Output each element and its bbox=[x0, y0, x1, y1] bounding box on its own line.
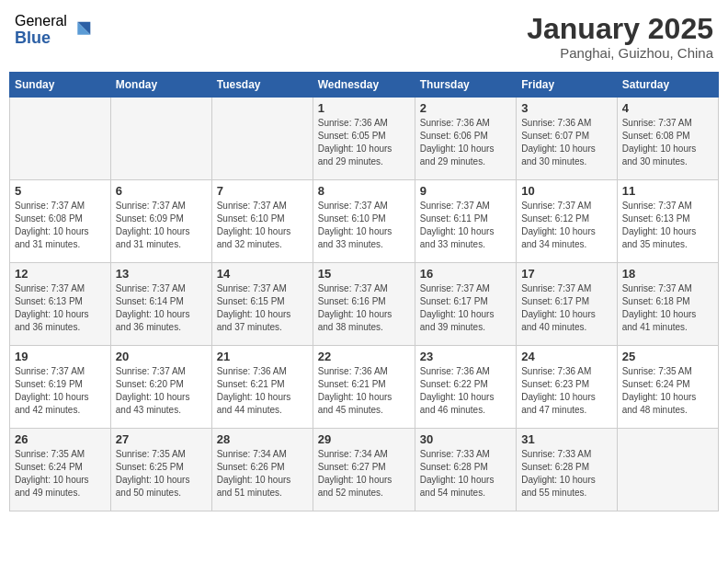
calendar-cell: 27Sunrise: 7:35 AMSunset: 6:25 PMDayligh… bbox=[110, 429, 211, 511]
title-block: January 2025 Panghai, Guizhou, China bbox=[527, 13, 713, 61]
calendar-cell: 8Sunrise: 7:37 AMSunset: 6:10 PMDaylight… bbox=[313, 180, 415, 263]
day-info: Sunrise: 7:35 AMSunset: 6:24 PMDaylight:… bbox=[15, 448, 106, 500]
calendar-cell bbox=[617, 429, 718, 511]
day-info: Sunrise: 7:36 AMSunset: 6:05 PMDaylight:… bbox=[318, 117, 410, 168]
day-info: Sunrise: 7:37 AMSunset: 6:09 PMDaylight:… bbox=[116, 200, 207, 251]
calendar-cell: 31Sunrise: 7:33 AMSunset: 6:28 PMDayligh… bbox=[517, 429, 618, 511]
day-info: Sunrise: 7:37 AMSunset: 6:10 PMDaylight:… bbox=[318, 200, 410, 251]
day-number: 21 bbox=[217, 350, 308, 363]
calendar-week-row: 12Sunrise: 7:37 AMSunset: 6:13 PMDayligh… bbox=[10, 263, 719, 346]
calendar-cell: 15Sunrise: 7:37 AMSunset: 6:16 PMDayligh… bbox=[313, 263, 415, 346]
day-info: Sunrise: 7:37 AMSunset: 6:08 PMDaylight:… bbox=[15, 200, 106, 251]
day-number: 8 bbox=[318, 184, 410, 198]
day-number: 11 bbox=[622, 184, 713, 198]
day-number: 3 bbox=[521, 101, 612, 115]
day-number: 14 bbox=[217, 267, 308, 281]
day-number: 19 bbox=[15, 350, 106, 363]
calendar-cell: 29Sunrise: 7:34 AMSunset: 6:27 PMDayligh… bbox=[313, 429, 415, 511]
day-info: Sunrise: 7:36 AMSunset: 6:07 PMDaylight:… bbox=[521, 117, 612, 168]
calendar-cell: 9Sunrise: 7:37 AMSunset: 6:11 PMDaylight… bbox=[415, 180, 516, 263]
calendar-week-row: 1Sunrise: 7:36 AMSunset: 6:05 PMDaylight… bbox=[10, 98, 719, 180]
day-number: 26 bbox=[15, 432, 106, 446]
day-number: 27 bbox=[116, 432, 207, 446]
day-number: 16 bbox=[420, 267, 511, 281]
calendar-cell: 19Sunrise: 7:37 AMSunset: 6:19 PMDayligh… bbox=[10, 346, 111, 429]
calendar-cell: 1Sunrise: 7:36 AMSunset: 6:05 PMDaylight… bbox=[313, 98, 415, 180]
day-number: 23 bbox=[420, 350, 511, 363]
calendar-cell bbox=[10, 98, 111, 180]
logo: General Blue bbox=[15, 13, 95, 47]
calendar-cell: 18Sunrise: 7:37 AMSunset: 6:18 PMDayligh… bbox=[617, 263, 718, 346]
calendar-cell: 13Sunrise: 7:37 AMSunset: 6:14 PMDayligh… bbox=[110, 263, 211, 346]
calendar-cell: 6Sunrise: 7:37 AMSunset: 6:09 PMDaylight… bbox=[110, 180, 211, 263]
day-number: 17 bbox=[521, 267, 612, 281]
day-number: 10 bbox=[521, 184, 612, 198]
calendar-week-row: 5Sunrise: 7:37 AMSunset: 6:08 PMDaylight… bbox=[10, 180, 719, 263]
weekday-header-row: SundayMondayTuesdayWednesdayThursdayFrid… bbox=[10, 73, 719, 98]
day-number: 25 bbox=[622, 350, 713, 363]
day-info: Sunrise: 7:37 AMSunset: 6:11 PMDaylight:… bbox=[420, 200, 511, 251]
calendar-cell: 28Sunrise: 7:34 AMSunset: 6:26 PMDayligh… bbox=[211, 429, 313, 511]
day-number: 6 bbox=[116, 184, 207, 198]
calendar-cell: 14Sunrise: 7:37 AMSunset: 6:15 PMDayligh… bbox=[211, 263, 313, 346]
day-number: 24 bbox=[521, 350, 612, 363]
weekday-header: Tuesday bbox=[211, 73, 313, 98]
day-info: Sunrise: 7:33 AMSunset: 6:28 PMDaylight:… bbox=[521, 448, 612, 500]
day-number: 30 bbox=[420, 432, 511, 446]
calendar-cell: 30Sunrise: 7:33 AMSunset: 6:28 PMDayligh… bbox=[415, 429, 516, 511]
calendar-cell: 22Sunrise: 7:36 AMSunset: 6:21 PMDayligh… bbox=[313, 346, 415, 429]
month-title: January 2025 bbox=[527, 13, 713, 45]
day-number: 20 bbox=[116, 350, 207, 363]
day-info: Sunrise: 7:37 AMSunset: 6:13 PMDaylight:… bbox=[15, 282, 106, 334]
day-info: Sunrise: 7:34 AMSunset: 6:27 PMDaylight:… bbox=[318, 448, 410, 500]
weekday-header: Friday bbox=[517, 73, 618, 98]
calendar-cell: 10Sunrise: 7:37 AMSunset: 6:12 PMDayligh… bbox=[517, 180, 618, 263]
day-info: Sunrise: 7:36 AMSunset: 6:21 PMDaylight:… bbox=[217, 365, 308, 417]
day-number: 31 bbox=[521, 432, 612, 446]
calendar-cell: 17Sunrise: 7:37 AMSunset: 6:17 PMDayligh… bbox=[517, 263, 618, 346]
location: Panghai, Guizhou, China bbox=[527, 45, 713, 61]
weekday-header: Saturday bbox=[617, 73, 718, 98]
day-info: Sunrise: 7:37 AMSunset: 6:20 PMDaylight:… bbox=[116, 365, 207, 417]
day-info: Sunrise: 7:37 AMSunset: 6:18 PMDaylight:… bbox=[622, 282, 713, 334]
day-info: Sunrise: 7:36 AMSunset: 6:23 PMDaylight:… bbox=[521, 365, 612, 417]
calendar-cell: 21Sunrise: 7:36 AMSunset: 6:21 PMDayligh… bbox=[211, 346, 313, 429]
day-info: Sunrise: 7:37 AMSunset: 6:19 PMDaylight:… bbox=[15, 365, 106, 417]
day-number: 13 bbox=[116, 267, 207, 281]
day-info: Sunrise: 7:37 AMSunset: 6:08 PMDaylight:… bbox=[622, 117, 713, 168]
calendar-week-row: 26Sunrise: 7:35 AMSunset: 6:24 PMDayligh… bbox=[10, 429, 719, 511]
calendar-cell bbox=[211, 98, 313, 180]
day-number: 5 bbox=[15, 184, 106, 198]
logo-general: General bbox=[15, 13, 67, 29]
calendar-cell: 11Sunrise: 7:37 AMSunset: 6:13 PMDayligh… bbox=[617, 180, 718, 263]
calendar-cell: 24Sunrise: 7:36 AMSunset: 6:23 PMDayligh… bbox=[517, 346, 618, 429]
day-info: Sunrise: 7:36 AMSunset: 6:06 PMDaylight:… bbox=[420, 117, 511, 168]
weekday-header: Monday bbox=[110, 73, 211, 98]
weekday-header: Sunday bbox=[10, 73, 111, 98]
calendar-cell: 7Sunrise: 7:37 AMSunset: 6:10 PMDaylight… bbox=[211, 180, 313, 263]
day-number: 2 bbox=[420, 101, 511, 115]
day-info: Sunrise: 7:37 AMSunset: 6:14 PMDaylight:… bbox=[116, 282, 207, 334]
day-number: 29 bbox=[318, 432, 410, 446]
day-number: 22 bbox=[318, 350, 410, 363]
day-info: Sunrise: 7:34 AMSunset: 6:26 PMDaylight:… bbox=[217, 448, 308, 500]
logo-blue: Blue bbox=[15, 29, 67, 48]
calendar-cell: 4Sunrise: 7:37 AMSunset: 6:08 PMDaylight… bbox=[617, 98, 718, 180]
day-number: 9 bbox=[420, 184, 511, 198]
page-header: General Blue January 2025 Panghai, Guizh… bbox=[9, 9, 719, 64]
day-info: Sunrise: 7:35 AMSunset: 6:25 PMDaylight:… bbox=[116, 448, 207, 500]
calendar-cell: 12Sunrise: 7:37 AMSunset: 6:13 PMDayligh… bbox=[10, 263, 111, 346]
calendar-cell: 23Sunrise: 7:36 AMSunset: 6:22 PMDayligh… bbox=[415, 346, 516, 429]
weekday-header: Wednesday bbox=[313, 73, 415, 98]
day-info: Sunrise: 7:33 AMSunset: 6:28 PMDaylight:… bbox=[420, 448, 511, 500]
day-info: Sunrise: 7:36 AMSunset: 6:21 PMDaylight:… bbox=[318, 365, 410, 417]
day-number: 15 bbox=[318, 267, 410, 281]
day-info: Sunrise: 7:36 AMSunset: 6:22 PMDaylight:… bbox=[420, 365, 511, 417]
day-info: Sunrise: 7:37 AMSunset: 6:16 PMDaylight:… bbox=[318, 282, 410, 334]
day-number: 12 bbox=[15, 267, 106, 281]
calendar-cell bbox=[110, 98, 211, 180]
day-info: Sunrise: 7:35 AMSunset: 6:24 PMDaylight:… bbox=[622, 365, 713, 417]
calendar-cell: 25Sunrise: 7:35 AMSunset: 6:24 PMDayligh… bbox=[617, 346, 718, 429]
calendar-cell: 2Sunrise: 7:36 AMSunset: 6:06 PMDaylight… bbox=[415, 98, 516, 180]
calendar-table: SundayMondayTuesdayWednesdayThursdayFrid… bbox=[9, 72, 719, 511]
